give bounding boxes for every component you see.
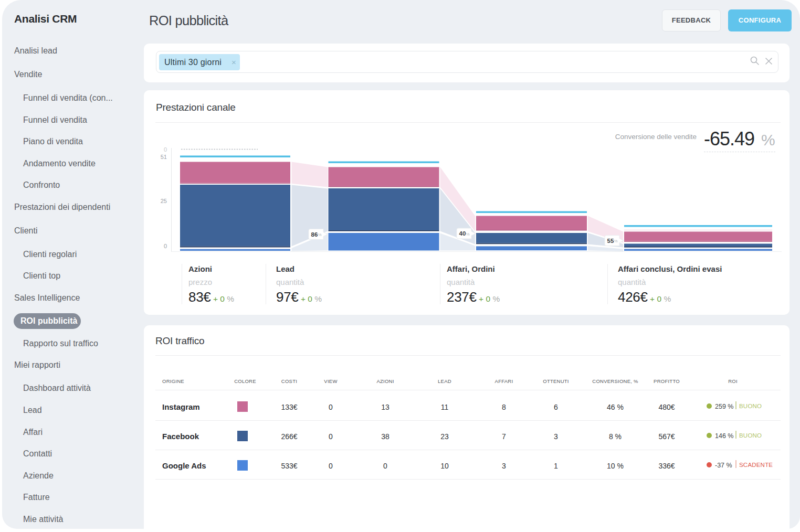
svg-text:%: % [318,232,322,237]
svg-text:40: 40 [459,230,466,237]
svg-text:55: 55 [607,238,614,244]
svg-text:%: % [614,239,618,243]
svg-text:86: 86 [311,231,318,238]
svg-text:%: % [466,232,470,237]
